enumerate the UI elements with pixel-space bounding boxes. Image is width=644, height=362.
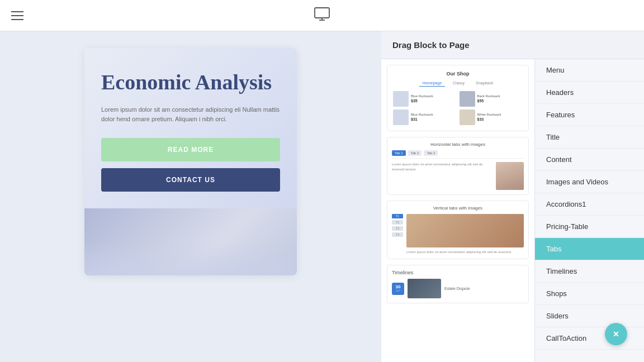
category-item-images-videos[interactable]: Images and Videos [535,171,644,193]
category-item-headers[interactable]: Headers [535,82,644,104]
shop-item-img-3 [393,109,409,125]
shop-item-info-2: Back Rucksack $55 [477,94,500,104]
htabs-image-inner [496,162,524,190]
timelines-label: Timelines [392,270,524,275]
main-layout: Economic Analysis Lorem ipsum dolor sit … [0,31,644,362]
shop-preview-content: Our Shop Homepage Classy Snapback Blue R… [387,65,528,131]
htabs-tab-1: Tab 1 [392,150,406,156]
shop-item-info-3: Blue Rucksack $31 [411,112,433,122]
category-item-tabs[interactable]: Tabs [535,238,644,260]
category-item-menu[interactable]: Menu [535,59,644,82]
shop-tabs: Homepage Classy Snapback [393,80,523,87]
vtab-item-2: T2 [392,220,403,225]
canvas-area: Economic Analysis Lorem ipsum dolor sit … [0,31,381,362]
block-previews-list: Our Shop Homepage Classy Snapback Blue R… [381,59,535,362]
shop-block-preview[interactable]: Our Shop Homepage Classy Snapback Blue R… [387,65,529,131]
htabs-tab-2: Tab 2 [408,150,422,156]
shop-item-name-3: Blue Rucksack [411,112,433,117]
vtabs-block-preview[interactable]: Vertical tabs with images T1 T2 T3 T4 Lo… [387,201,529,259]
category-item-sliders[interactable]: Sliders [535,305,644,327]
shop-item-price-3: $31 [411,117,433,122]
preview-hero: Economic Analysis Lorem ipsum dolor sit … [84,48,297,208]
shop-tab-classy: Classy [449,80,468,87]
htabs-tabs: Tab 1 Tab 2 Tab 3 [392,150,524,159]
shop-item-price-2: $55 [477,98,500,104]
vtabs-image [406,214,524,247]
category-item-calltoaction[interactable]: CallToAction [535,327,644,350]
shop-tab-snapback: Snapback [472,80,496,87]
shop-item-info-4: White Rucksack $33 [477,112,501,122]
htabs-content: Lorem ipsum dolor sit amet consectetur a… [392,162,524,190]
vtabs-sidebar: T1 T2 T3 T4 [392,214,403,254]
htabs-preview-content: Horizontal tabs with images Tab 1 Tab 2 … [387,137,528,194]
category-item-title[interactable]: Title [535,126,644,149]
shop-item-2: Back Rucksack $55 [460,91,523,107]
category-item-content[interactable]: Content [535,149,644,171]
preview-image-section [84,208,297,275]
timeline-thumbnail [408,279,441,298]
read-more-button[interactable]: READ MORE [101,138,280,161]
shop-preview-title: Our Shop [393,71,523,77]
htabs-text: Lorem ipsum dolor sit amet consectetur a… [392,162,493,172]
hamburger-menu[interactable] [11,11,23,20]
shop-item-name-4: White Rucksack [477,112,501,117]
shop-item-price-4: $33 [477,117,501,122]
vtabs-text: Lorem ipsum dolor sit amet consectetur a… [406,250,524,254]
shop-grid: Blue Rucksack $35 Back Rucksack $55 [393,91,523,125]
category-item-accordions1[interactable]: Accordions1 [535,193,644,216]
timeline-info: Estate Dispute [444,287,524,290]
panel-header: Drag Block to Page [381,31,644,59]
vtab-item-3: T3 [392,226,403,231]
vtabs-body: T1 T2 T3 T4 Lorem ipsum dolor sit amet c… [392,214,524,254]
panel-body: Our Shop Homepage Classy Snapback Blue R… [381,59,644,362]
htabs-preview-title: Horizontal tabs with images [392,142,524,147]
category-item-shops[interactable]: Shops [535,283,644,305]
hero-text: Lorem ipsum dolor sit am consectetur adi… [101,105,280,125]
timeline-date-box: 30 Jun [392,283,404,295]
vtab-item-1: T1 [392,214,403,218]
vtabs-preview-title: Vertical tabs with images [392,206,524,211]
shop-item-img-1 [393,91,409,107]
hero-title: Economic Analysis [101,70,280,95]
htabs-block-preview[interactable]: Horizontal tabs with images Tab 1 Tab 2 … [387,137,529,195]
category-item-features[interactable]: Features [535,104,644,126]
htabs-image [496,162,524,190]
shop-item-1: Blue Rucksack $35 [393,91,457,107]
shop-item-info-1: Blue Rucksack $35 [411,94,433,104]
shop-item-img-4 [460,109,475,125]
svg-rect-0 [315,8,329,18]
top-bar [0,0,644,31]
laptop-image [84,208,297,275]
category-list: Menu Headers Features Title Content Imag… [535,59,644,362]
shop-item-price-1: $35 [411,98,433,104]
shop-item-name-1: Blue Rucksack [411,94,433,98]
timeline-item: 30 Jun Estate Dispute [392,279,524,298]
vtabs-content-area: Lorem ipsum dolor sit amet consectetur a… [406,214,524,254]
page-preview: Economic Analysis Lorem ipsum dolor sit … [84,48,297,275]
contact-us-button[interactable]: CONTACT US [101,168,280,192]
shop-tab-homepage: Homepage [419,80,445,87]
vtabs-preview-content: Vertical tabs with images T1 T2 T3 T4 Lo… [387,201,528,259]
timelines-block-preview[interactable]: Timelines 30 Jun Estate Dispute [387,265,529,303]
timelines-section-content: Timelines 30 Jun Estate Dispute [387,265,528,303]
shop-item-name-2: Back Rucksack [477,94,500,98]
close-button[interactable]: × [605,323,627,345]
category-item-pricing-table[interactable]: Pricing-Table [535,216,644,238]
shop-item-3: Blue Rucksack $31 [393,109,457,125]
shop-item-img-2 [460,91,475,107]
category-item-timelines[interactable]: Timelines [535,260,644,283]
shop-item-4: White Rucksack $33 [460,109,523,125]
vtab-item-4: T4 [392,232,403,237]
timeline-date-mon: Jun [396,289,400,292]
right-panel: Drag Block to Page Our Shop Homepage Cla… [381,31,644,362]
monitor-icon [314,7,330,25]
htabs-tab-3: Tab 3 [424,150,438,156]
